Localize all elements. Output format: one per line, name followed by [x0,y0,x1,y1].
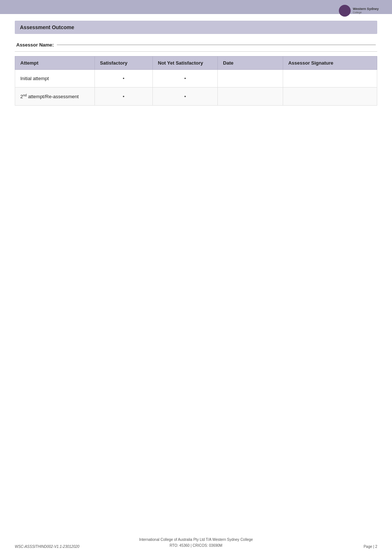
col-header-satisfactory: Satisfactory [94,56,152,70]
satisfactory-cell-2: • [94,87,152,106]
assessor-name-row: Assessor Name: [15,40,377,52]
attempt-sup-2: nd [23,93,27,97]
outcome-table: Attempt Satisfactory Not Yet Satisfactor… [15,56,377,106]
assessor-name-value [57,45,376,45]
table-row: Initial attempt • • [15,70,377,87]
page-wrapper: Western Sydney College Assessment Outcom… [0,0,392,556]
logo-line1: Western Sydney [353,7,379,11]
footer-doc-id: WSC-ASSSITHIND002-V1.1-23012020 [15,545,106,549]
logo-icon [339,5,351,17]
date-cell-1 [218,70,283,87]
attempt-label-1: Initial attempt [20,76,49,81]
assessor-name-label: Assessor Name: [16,42,54,48]
col-header-attempt: Attempt [15,56,95,70]
footer-institution: International College of Australia Pty L… [106,537,287,549]
col-header-date: Date [218,56,283,70]
col-header-assessor-signature: Assessor Signature [283,56,377,70]
assessor-sig-cell-1 [283,70,377,87]
header-bar: Western Sydney College [0,0,392,14]
footer-institution-line2: RTO: 45360 | CRICOS: 03690M [106,543,287,549]
date-cell-2 [218,87,283,106]
not-yet-cell-1: • [152,70,218,87]
assessor-sig-cell-2 [283,87,377,106]
footer-institution-line1: International College of Australia Pty L… [106,537,287,543]
page-footer: WSC-ASSSITHIND002-V1.1-23012020 Internat… [0,537,392,549]
attempt-cell-1: Initial attempt [15,70,95,87]
content-area: Assessment Outcome Assessor Name: Attemp… [0,14,392,128]
logo-area: Western Sydney College [337,1,381,20]
attempt-label-2: attempt/Re-assessment [28,94,79,99]
satisfactory-cell-1: • [94,70,152,87]
attempt-cell-2: 2nd attempt/Re-assessment [15,87,95,106]
logo-line2: College [353,11,379,14]
section-title: Assessment Outcome [20,24,74,30]
table-row: 2nd attempt/Re-assessment • • [15,87,377,106]
col-header-not-yet-satisfactory: Not Yet Satisfactory [152,56,218,70]
footer-page: Page | 2 [287,545,378,549]
logo-text: Western Sydney College [353,7,379,14]
not-yet-cell-2: • [152,87,218,106]
section-header: Assessment Outcome [15,21,377,34]
